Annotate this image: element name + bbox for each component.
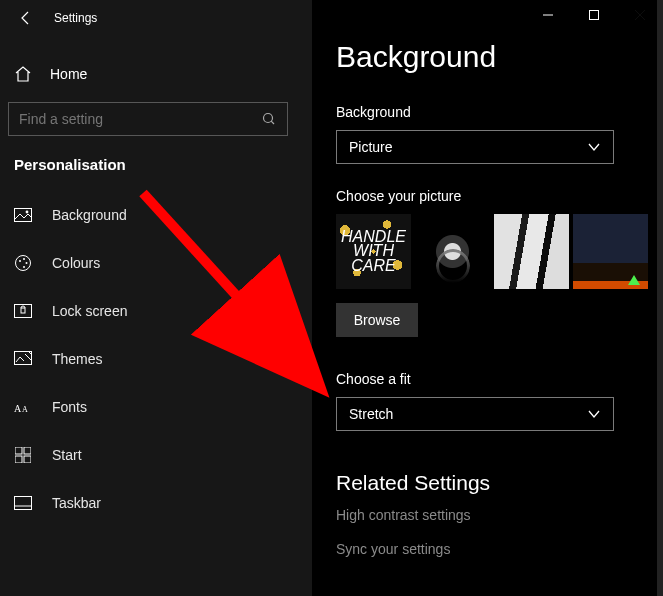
browse-button[interactable]: Browse — [336, 303, 418, 337]
themes-icon — [14, 351, 32, 367]
search-input[interactable] — [19, 111, 249, 127]
section-title: Personalisation — [0, 136, 312, 175]
window-title: Settings — [54, 11, 97, 25]
picture-thumb-4[interactable] — [573, 214, 648, 289]
taskbar-icon — [14, 496, 32, 510]
sidebar-item-label: Background — [52, 207, 127, 223]
picture-icon — [14, 208, 32, 222]
background-label: Background — [336, 104, 663, 120]
sidebar-item-fonts[interactable]: AA Fonts — [0, 383, 312, 431]
sidebar-item-label: Start — [52, 447, 82, 463]
svg-rect-20 — [590, 11, 599, 20]
page-heading: Background — [336, 40, 663, 74]
sidebar-item-colours[interactable]: Colours — [0, 239, 312, 287]
search-icon — [261, 111, 277, 127]
search-box[interactable] — [8, 102, 288, 136]
svg-point-6 — [26, 262, 28, 264]
svg-point-5 — [23, 258, 25, 260]
sidebar-item-background[interactable]: Background — [0, 191, 312, 239]
related-link-sync[interactable]: Sync your settings — [336, 541, 663, 557]
back-button[interactable] — [12, 4, 40, 32]
svg-point-2 — [26, 211, 29, 214]
start-icon — [14, 447, 32, 463]
picture-thumbnails: HANDLE WITH CARE — [336, 214, 663, 289]
background-dropdown[interactable]: Picture — [336, 130, 614, 164]
choose-fit-label: Choose a fit — [336, 371, 663, 387]
palette-icon — [14, 254, 32, 272]
svg-rect-16 — [24, 456, 31, 463]
sidebar-item-label: Themes — [52, 351, 103, 367]
choose-picture-label: Choose your picture — [336, 188, 663, 204]
sidebar-item-label: Lock screen — [52, 303, 127, 319]
lockscreen-icon — [14, 304, 32, 318]
sidebar-item-taskbar[interactable]: Taskbar — [0, 479, 312, 527]
sidebar-item-lockscreen[interactable]: Lock screen — [0, 287, 312, 335]
sidebar-item-label: Colours — [52, 255, 100, 271]
svg-text:A: A — [22, 405, 28, 414]
minimize-button[interactable] — [525, 0, 571, 30]
sidebar-item-start[interactable]: Start — [0, 431, 312, 479]
svg-point-7 — [23, 266, 25, 268]
svg-point-0 — [264, 114, 273, 123]
close-button[interactable] — [617, 0, 663, 30]
picture-thumb-1[interactable]: HANDLE WITH CARE — [336, 214, 411, 289]
svg-point-4 — [19, 260, 21, 262]
svg-rect-14 — [24, 447, 31, 454]
svg-rect-17 — [15, 497, 32, 510]
svg-text:A: A — [14, 403, 22, 414]
fit-dropdown[interactable]: Stretch — [336, 397, 614, 431]
chevron-down-icon — [587, 140, 601, 154]
picture-thumb-2[interactable] — [415, 214, 490, 289]
sidebar-item-label: Taskbar — [52, 495, 101, 511]
home-label: Home — [50, 66, 87, 82]
svg-rect-9 — [21, 308, 25, 313]
related-settings-heading: Related Settings — [336, 471, 663, 495]
sidebar-item-label: Fonts — [52, 399, 87, 415]
svg-rect-15 — [15, 456, 22, 463]
fonts-icon: AA — [14, 400, 32, 414]
maximize-button[interactable] — [571, 0, 617, 30]
related-link-contrast[interactable]: High contrast settings — [336, 507, 663, 523]
chevron-down-icon — [587, 407, 601, 421]
picture-thumb-3[interactable] — [494, 214, 569, 289]
dropdown-value: Picture — [349, 139, 393, 155]
svg-rect-13 — [15, 447, 22, 454]
home-icon — [14, 65, 32, 83]
svg-point-3 — [16, 256, 31, 271]
dropdown-value: Stretch — [349, 406, 393, 422]
sidebar-item-themes[interactable]: Themes — [0, 335, 312, 383]
home-nav[interactable]: Home — [0, 54, 312, 94]
